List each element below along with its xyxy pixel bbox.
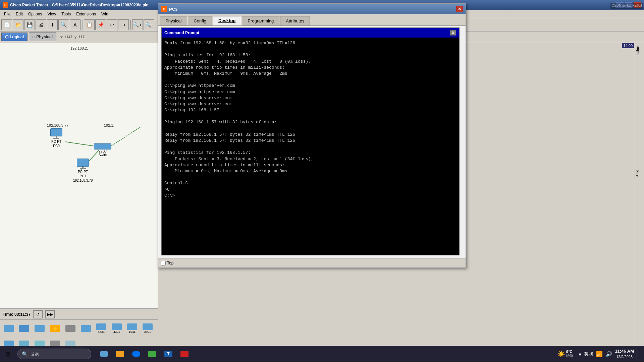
toolbar-icon6[interactable]: A: [70, 19, 80, 30]
play-button[interactable]: ▶▶: [45, 310, 55, 318]
network-button[interactable]: [145, 347, 160, 361]
pc3-title-bar: P PC3 ✕: [158, 4, 466, 14]
toolbar-print[interactable]: 🖨: [36, 19, 46, 30]
ip-label-2: 192.168.3.77: [47, 123, 68, 127]
top-checkbox[interactable]: [161, 261, 166, 265]
red-app-button[interactable]: [177, 347, 192, 361]
menu-edit[interactable]: Edit: [13, 11, 25, 17]
taskbar-icons: T: [97, 347, 192, 361]
toolbar-copy[interactable]: 📋: [84, 19, 95, 30]
weather-desc: 晴朗: [566, 354, 573, 358]
menu-file[interactable]: File: [1, 11, 13, 17]
device-4321-icon[interactable]: 4321: [109, 321, 124, 336]
toolbar-paste[interactable]: 📌: [95, 19, 106, 30]
pc1-name-label: PC-PT: [78, 170, 88, 174]
pc3-title: PC3: [169, 7, 177, 12]
toolbar-sep1: [82, 20, 83, 29]
cmd-content[interactable]: Reply from 192.168.1.58: bytes=32 time=9…: [162, 38, 459, 255]
fire-label: Fire: [636, 169, 640, 178]
toolbar-save[interactable]: 💾: [24, 19, 35, 30]
toolbar-info[interactable]: ℹ: [47, 19, 58, 30]
toolbar-undo[interactable]: ↩: [107, 19, 117, 30]
time-counter: 14:00: [622, 43, 634, 48]
cmd-title: Command Prompt: [164, 31, 199, 35]
device-server-shape: [35, 325, 45, 332]
weather-display: ☀️ 9°C 晴朗: [557, 350, 573, 358]
taskview-button[interactable]: [97, 347, 111, 361]
pc3-bottom-bar: Top: [158, 258, 466, 267]
physical-icon: □: [33, 35, 35, 39]
switch-device[interactable]: 295C Switc: [94, 143, 111, 157]
clock-date: 12/9/2023: [615, 354, 634, 359]
toolbar-redo[interactable]: ↪: [118, 19, 129, 30]
toolbar-zoom-out[interactable]: 🔍: [58, 19, 69, 30]
taskbar-time-display[interactable]: 11:46 AM 12/9/2023: [615, 349, 634, 359]
time-display: Time: 03:11:37 ↺ ▶▶: [0, 309, 158, 320]
sim-right-panel: lation: [634, 43, 644, 346]
volume-icon[interactable]: 🔊: [605, 351, 612, 357]
ip-label-1: 192.168.2.: [70, 46, 88, 50]
device-home-icon[interactable]: [63, 321, 78, 336]
menu-win[interactable]: Win: [99, 11, 111, 17]
menu-options[interactable]: Options: [25, 11, 45, 17]
pc1-device[interactable]: PC-PT PC1 192.168.3.78: [73, 159, 93, 182]
explorer-icon: [116, 351, 124, 357]
tab-physical[interactable]: Physical: [160, 16, 187, 25]
canvas-area: 192.168.2. 192.168.3.77 192.1. PC-PT PC0…: [0, 43, 158, 308]
toolbar-open-folder[interactable]: 📂: [13, 19, 23, 30]
top-label: Top: [167, 261, 173, 265]
device-2901-icon[interactable]: 2901: [140, 321, 155, 336]
device-1941-icon[interactable]: 1941: [125, 321, 140, 336]
tab-attributes[interactable]: Attributes: [280, 16, 310, 25]
device-lightning-icon[interactable]: ⚡: [48, 321, 62, 336]
device-4331-icon[interactable]: 4331: [94, 321, 109, 336]
wifi-icon[interactable]: 📶: [596, 351, 603, 357]
device-cloud-icon[interactable]: [78, 321, 93, 336]
app-title: Cisco Packet Tracer - C:\Users\35911\One…: [10, 3, 149, 7]
menu-view[interactable]: View: [45, 11, 59, 17]
logical-mode-button[interactable]: ⬡ Logical: [1, 33, 28, 41]
toolbar-zoom-in[interactable]: 🔍+: [132, 19, 143, 30]
tab-config[interactable]: Config: [188, 16, 212, 25]
coordinates-display: x: 1147, y: 117: [60, 35, 85, 39]
word-button[interactable]: T: [161, 347, 176, 361]
device-lightning-shape: ⚡: [50, 325, 60, 332]
logical-icon: ⬡: [5, 35, 8, 39]
tray-up-icon[interactable]: ∧: [578, 351, 582, 357]
search-bar[interactable]: 🔍 搜索: [17, 349, 91, 359]
tab-desktop[interactable]: Desktop: [213, 16, 241, 25]
device-pc-icon[interactable]: [1, 321, 16, 336]
cmd-title-bar: Command Prompt X: [162, 28, 459, 38]
pc0-device[interactable]: PC-PT PC0: [50, 128, 62, 148]
show-desktop-button[interactable]: [637, 347, 639, 361]
menu-tools[interactable]: Tools: [59, 11, 73, 17]
device-server-icon[interactable]: [32, 321, 47, 336]
file-explorer-button[interactable]: [113, 347, 127, 361]
toolbar-new[interactable]: 📄: [1, 19, 12, 30]
start-button[interactable]: ⊞: [0, 346, 16, 362]
edge-icon: [132, 351, 140, 357]
time-text: Time: 03:11:37: [3, 312, 31, 317]
cmd-close-button[interactable]: X: [450, 30, 456, 36]
network-icon: [148, 351, 156, 357]
logical-label: Logical: [10, 35, 24, 39]
pc3-icon: P: [161, 6, 167, 12]
csdn-badge: CSDN @水水Rabbit: [610, 3, 643, 9]
tab-programming[interactable]: Programming: [242, 16, 279, 25]
pc3-close-button[interactable]: ✕: [456, 6, 463, 12]
input-method-label[interactable]: 英 拼: [584, 351, 593, 357]
pc0-body: [50, 128, 62, 136]
pc1-ip-label: 192.168.3.78: [73, 179, 93, 182]
device-1941-shape: [127, 323, 137, 330]
reset-button[interactable]: ↺: [33, 310, 43, 318]
physical-mode-button[interactable]: □ Physical: [29, 33, 56, 41]
device-4331-label: 4331: [98, 330, 105, 334]
cmd-text: Reply from 192.168.1.58: bytes=32 time=9…: [164, 40, 456, 199]
edge-button[interactable]: [129, 347, 144, 361]
device-laptop-icon[interactable]: [17, 321, 32, 336]
menu-extensions[interactable]: Extensions: [73, 11, 99, 17]
fire-panel: Fire: [635, 168, 644, 179]
toolbar-zoom-fit[interactable]: 🔍-: [144, 19, 154, 30]
red-app-icon: [180, 351, 189, 357]
device-1941-label: 1941: [129, 330, 136, 334]
